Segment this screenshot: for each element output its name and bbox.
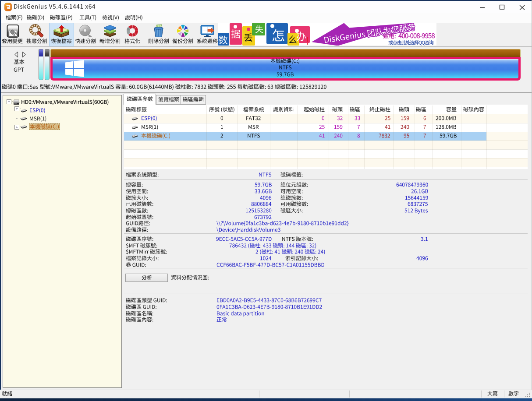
- system-migration-icon: [199, 24, 216, 38]
- c-disk-icon: [21, 125, 27, 129]
- close-button[interactable]: [515, 1, 528, 13]
- detail-value2: [124, 188, 428, 195]
- ad-tag-char: [244, 32, 253, 45]
- esp-bar-band: [39, 49, 43, 56]
- table-cell-label[interactable]: [141, 123, 158, 132]
- table-cell-label[interactable]: [141, 132, 170, 141]
- table-cell-seq: [206, 123, 237, 132]
- toolbar-label-recover-files: [49, 38, 73, 45]
- menu-item-0[interactable]: [4, 13, 25, 23]
- detail-value2: [124, 255, 428, 262]
- table-cell-label[interactable]: [141, 114, 157, 123]
- table-header[interactable]: [206, 105, 237, 115]
- menu-item-3[interactable]: [78, 13, 97, 23]
- table-grid-hline: [124, 141, 528, 141]
- row-disk-icon: [131, 125, 138, 130]
- menu-item-1[interactable]: [26, 13, 45, 23]
- tree-root-collapse-box[interactable]: [7, 99, 11, 104]
- tree-root-label[interactable]: [21, 99, 109, 106]
- status-separator: [504, 390, 504, 397]
- resize-grip[interactable]: [525, 392, 531, 398]
- new-partition-icon: [102, 24, 118, 38]
- minimize-button[interactable]: [475, 1, 489, 13]
- table-header[interactable]: [415, 105, 426, 115]
- toolbar-label-format: [121, 38, 145, 45]
- ad-tag-char: [296, 31, 306, 44]
- detail-label: [126, 310, 153, 317]
- table-header[interactable]: [237, 105, 270, 115]
- tree-esp-expand-box[interactable]: [14, 106, 19, 111]
- table-header[interactable]: [329, 105, 343, 115]
- status-separator: [523, 390, 523, 397]
- ad-tag-char: [272, 28, 285, 46]
- table-header[interactable]: [348, 105, 360, 115]
- tree-item-msr[interactable]: [29, 116, 46, 122]
- tree-c-expand-box[interactable]: [14, 125, 19, 130]
- maximize-button[interactable]: [495, 1, 508, 13]
- detail-value: [216, 262, 325, 268]
- table-cell-sc: [297, 123, 325, 132]
- status-separator: [259, 390, 259, 397]
- tag-hole: [247, 28, 250, 31]
- row-disk-icon: [131, 116, 138, 121]
- nav-right-arrow-icon[interactable]: [21, 51, 27, 58]
- menu-item-4[interactable]: [101, 13, 120, 23]
- detail-label: [126, 317, 153, 324]
- detail-value2: [124, 195, 428, 201]
- tree-line: [11, 101, 13, 102]
- ad-tag-char: [288, 35, 297, 46]
- toolbar-label-search-partition: [25, 38, 49, 45]
- table-header[interactable]: [432, 105, 457, 115]
- c-partition-fs: [184, 65, 387, 71]
- toolbar-label-delete-partition: [146, 38, 170, 45]
- table-grid-hline: [124, 167, 528, 167]
- nav-left-arrow-icon[interactable]: [14, 51, 20, 58]
- tag-hole: [270, 24, 274, 28]
- tab-browse-files[interactable]: [156, 95, 181, 105]
- detail-value: [216, 221, 349, 227]
- status-ready: [2, 390, 12, 398]
- menu-item-5[interactable]: [124, 13, 143, 23]
- tab-sector-edit[interactable]: [181, 95, 206, 105]
- table-header[interactable]: [393, 105, 409, 115]
- detail-label: [126, 243, 157, 249]
- window-border-bottom: [0, 398, 532, 401]
- tree-item-c-selected[interactable]: [29, 123, 60, 130]
- tree-item-esp[interactable]: [29, 108, 46, 114]
- table-cell-eh: [393, 123, 409, 132]
- app-logo-icon: [4, 3, 12, 11]
- tree-line: [16, 118, 21, 119]
- ad-phone-number: [383, 32, 435, 40]
- toolbar-label-quick-partition: [74, 38, 98, 45]
- backup-partition-icon: [174, 24, 191, 38]
- toolbar-label-apply-changes: [0, 38, 25, 45]
- table-header[interactable]: [270, 105, 297, 115]
- ad-banner[interactable]: [218, 23, 436, 46]
- ad-qq-line[interactable]: [388, 40, 433, 46]
- table-cell-sc: [297, 132, 325, 141]
- table-header[interactable]: [364, 105, 390, 115]
- table-cell-ss: [348, 114, 360, 123]
- detail-value: [216, 298, 322, 304]
- tab-partition-parameters[interactable]: [124, 94, 156, 105]
- detail-separator: [124, 179, 528, 180]
- msr-bar-body: [45, 56, 49, 80]
- table-cell-fs: [237, 123, 270, 132]
- toolbar-label-new-partition: [98, 38, 122, 45]
- toolbar-label-system-migration: [195, 38, 219, 45]
- table-cell-eh: [393, 132, 409, 141]
- esp-partition-bar[interactable]: [39, 49, 43, 80]
- msr-partition-bar[interactable]: [45, 49, 50, 80]
- msr-bar-band: [45, 49, 49, 56]
- detail-label: [126, 262, 146, 268]
- table-header[interactable]: [297, 105, 325, 115]
- table-header-label[interactable]: [126, 105, 147, 115]
- c-partition-name: [184, 58, 387, 64]
- detail-value: [216, 317, 227, 324]
- detail-value: [216, 227, 280, 234]
- menu-item-2[interactable]: [50, 13, 73, 23]
- table-row-bg: [124, 123, 528, 132]
- table-header[interactable]: [461, 105, 486, 115]
- analyze-button[interactable]: [125, 274, 168, 282]
- table-row-bg: [124, 141, 528, 149]
